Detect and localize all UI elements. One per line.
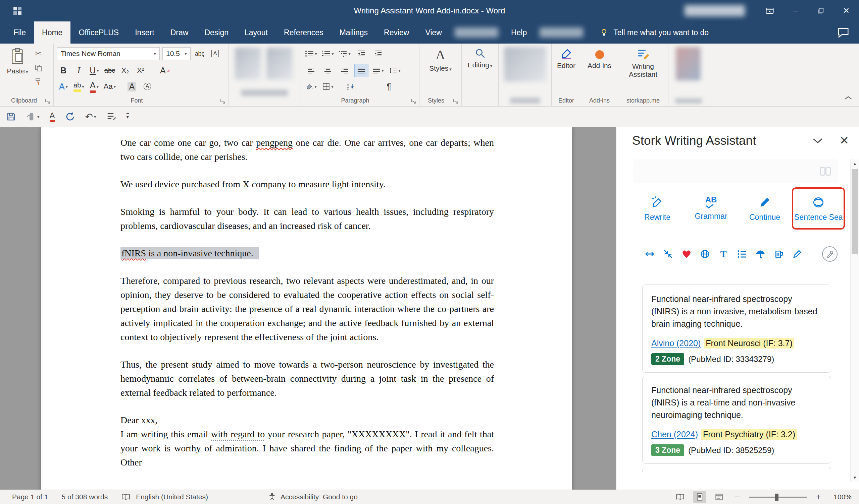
align-left-button[interactable] bbox=[304, 64, 318, 77]
tab-design[interactable]: Design bbox=[196, 21, 237, 44]
decrease-indent-button[interactable] bbox=[355, 47, 368, 60]
qat-list-pen-button[interactable] bbox=[106, 112, 117, 122]
minimize-button[interactable] bbox=[783, 0, 808, 21]
heart-icon[interactable] bbox=[681, 249, 692, 259]
strikethrough-button[interactable] bbox=[103, 64, 116, 77]
scroll-down-icon[interactable] bbox=[850, 473, 859, 482]
character-border-button[interactable] bbox=[209, 47, 222, 60]
expand-horizontal-icon[interactable] bbox=[645, 249, 655, 259]
scroll-up-icon[interactable] bbox=[850, 159, 859, 168]
pencil-edit-icon[interactable] bbox=[792, 249, 802, 259]
suggestion-card-partial[interactable] bbox=[642, 467, 831, 472]
collapse-arrows-icon[interactable] bbox=[663, 249, 673, 259]
tab-officeplus[interactable]: OfficePLUS bbox=[71, 21, 127, 44]
qat-save-button[interactable] bbox=[6, 112, 16, 122]
subscript-button[interactable] bbox=[119, 64, 132, 77]
bullets-button[interactable] bbox=[304, 47, 318, 60]
ribbon-display-options-icon[interactable] bbox=[757, 0, 783, 21]
user-account-blurred[interactable] bbox=[684, 5, 745, 16]
align-right-button[interactable] bbox=[337, 64, 352, 77]
styles-dialog-launcher-icon[interactable] bbox=[453, 98, 459, 104]
read-mode-icon[interactable] bbox=[674, 491, 687, 503]
justify-button[interactable] bbox=[355, 64, 368, 77]
increase-indent-button[interactable] bbox=[371, 47, 385, 60]
addins-button[interactable]: Add-ins bbox=[581, 46, 618, 70]
blurred-ribbon-gallery[interactable] bbox=[229, 44, 300, 106]
pane-close-button[interactable] bbox=[838, 134, 851, 147]
globe-icon[interactable] bbox=[700, 249, 710, 259]
format-painter-button[interactable] bbox=[32, 76, 45, 87]
tab-file[interactable]: File bbox=[5, 21, 34, 44]
tab-help[interactable]: Help bbox=[503, 21, 535, 44]
clipboard-dialog-launcher-icon[interactable] bbox=[45, 98, 51, 104]
document-text[interactable]: One car come one car go, two car pengpen… bbox=[41, 127, 572, 470]
language-indicator[interactable]: English (United States) bbox=[136, 493, 208, 501]
tab-mailings[interactable]: Mailings bbox=[332, 21, 376, 44]
restore-button[interactable] bbox=[808, 0, 833, 21]
qat-refresh-button[interactable] bbox=[65, 112, 75, 122]
tab-draw[interactable]: Draw bbox=[162, 21, 197, 44]
font-size-combobox[interactable]: 10.5 bbox=[162, 47, 191, 60]
editing-button[interactable]: Editing bbox=[462, 46, 498, 70]
reference-list-icon[interactable] bbox=[737, 249, 747, 259]
suggestion-card[interactable]: Functional near-infrared spectroscopy (f… bbox=[642, 376, 831, 464]
citation-link[interactable]: Alvino (2020) bbox=[651, 338, 700, 348]
tab-view[interactable]: View bbox=[417, 21, 450, 44]
accessibility-status[interactable]: Accessibility: Good to go bbox=[281, 493, 358, 501]
grammar-tool-button[interactable]: AB Grammar bbox=[686, 189, 736, 228]
chevron-down-icon[interactable] bbox=[812, 137, 824, 147]
bold-button[interactable] bbox=[57, 64, 70, 77]
shading-button[interactable] bbox=[304, 80, 318, 93]
tab-blurred-1[interactable] bbox=[455, 28, 498, 37]
phonetic-guide-button[interactable] bbox=[193, 47, 206, 60]
tab-blurred-2[interactable] bbox=[540, 28, 583, 37]
page-indicator[interactable]: Page 1 of 1 bbox=[12, 493, 48, 501]
beach-umbrella-icon[interactable] bbox=[755, 249, 765, 259]
rewrite-tool-button[interactable]: Rewrite bbox=[632, 189, 682, 228]
web-layout-icon[interactable] bbox=[713, 491, 725, 503]
scrollbar-thumb[interactable] bbox=[852, 169, 858, 254]
clear-formatting-button[interactable] bbox=[159, 64, 171, 77]
zoom-thumb[interactable] bbox=[775, 493, 779, 501]
document-page[interactable]: One car come one car go, two car pengpen… bbox=[41, 127, 572, 490]
tab-home[interactable]: Home bbox=[34, 21, 71, 44]
blurred-ribbon-group[interactable] bbox=[499, 44, 552, 106]
font-color-button[interactable] bbox=[88, 80, 101, 93]
qat-undo-button[interactable] bbox=[85, 111, 96, 122]
text-effects-button[interactable] bbox=[57, 80, 70, 93]
distributed-button[interactable] bbox=[371, 64, 385, 77]
sort-button[interactable]: AZ bbox=[344, 80, 358, 93]
zoom-level[interactable]: 100% bbox=[830, 493, 852, 501]
collapse-ribbon-button[interactable] bbox=[844, 95, 854, 103]
copy-button[interactable] bbox=[32, 62, 45, 73]
document-canvas[interactable]: One car come one car go, two car pengpen… bbox=[0, 127, 616, 490]
paragraph-dialog-launcher-icon[interactable] bbox=[410, 98, 417, 104]
tab-references[interactable]: References bbox=[276, 21, 332, 44]
qat-overflow-button[interactable] bbox=[126, 113, 129, 120]
underline-button[interactable] bbox=[88, 64, 101, 77]
print-layout-icon[interactable] bbox=[693, 491, 706, 503]
multilevel-list-button[interactable] bbox=[337, 47, 352, 60]
translate-text-icon[interactable]: T bbox=[719, 249, 728, 259]
settings-wrench-icon[interactable] bbox=[822, 246, 838, 262]
styles-button[interactable]: A Styles bbox=[419, 46, 462, 74]
cut-button[interactable] bbox=[32, 48, 45, 59]
writing-assistant-button[interactable]: Writing Assistant bbox=[618, 46, 668, 78]
suggestion-card[interactable]: Functional near-infrared spectroscopy (f… bbox=[642, 284, 831, 373]
comments-icon[interactable] bbox=[837, 26, 850, 40]
accessibility-icon[interactable] bbox=[269, 493, 276, 501]
character-shading-button[interactable] bbox=[125, 80, 138, 93]
font-dialog-launcher-icon[interactable] bbox=[220, 98, 226, 104]
zoom-out-button[interactable] bbox=[732, 492, 742, 502]
show-hide-marks-button[interactable] bbox=[382, 80, 396, 93]
numbering-button[interactable] bbox=[321, 47, 335, 60]
zoom-slider[interactable] bbox=[749, 491, 807, 503]
blurred-addin-button[interactable] bbox=[668, 44, 709, 106]
tab-insert[interactable]: Insert bbox=[127, 21, 162, 44]
borders-button[interactable] bbox=[321, 80, 335, 93]
tell-me-box[interactable]: Tell me what you want to do bbox=[599, 21, 709, 44]
continue-tool-button[interactable]: Continue bbox=[740, 189, 790, 228]
compare-icon[interactable] bbox=[819, 164, 832, 178]
proofing-icon[interactable] bbox=[121, 493, 131, 501]
font-name-combobox[interactable]: Times New Roman bbox=[57, 47, 160, 60]
